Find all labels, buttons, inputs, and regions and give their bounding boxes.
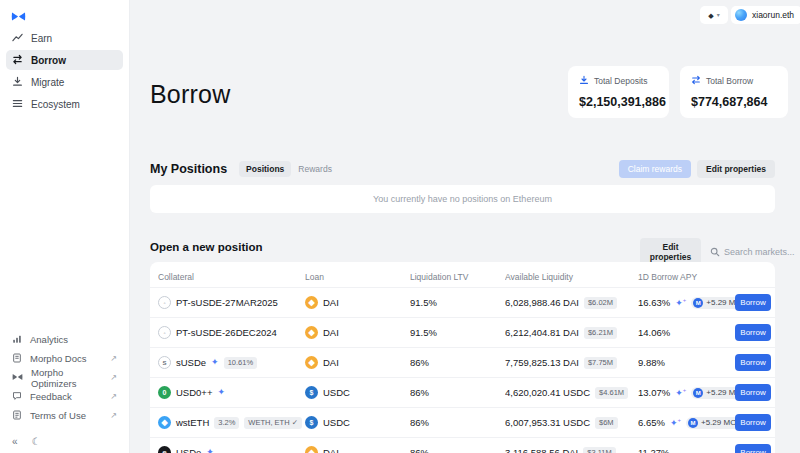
- borrow-button[interactable]: Borrow: [735, 414, 771, 431]
- liquidation-ltv: 91.5%: [410, 327, 505, 338]
- morpho-reward-badge: M +5.29 MORPH: [691, 387, 735, 399]
- wsteth-token-icon: ◆: [158, 416, 171, 429]
- sidebar-item-morpho-docs[interactable]: Morpho Docs ↗: [0, 349, 129, 368]
- chevron-down-icon: ▾: [717, 12, 720, 18]
- liquidity-amount: 4,620,020.41 USDC: [505, 387, 590, 398]
- table-row[interactable]: e USDe ✦ ◆ DAI 86% 3,116,588.56 DAI $3.1…: [150, 437, 775, 453]
- table-row[interactable]: 0 USD0++ ✦ $ USDC 86% 4,620,020.41 USDC …: [150, 377, 775, 407]
- borrow-button[interactable]: Borrow: [735, 354, 771, 371]
- sidebar-footer-label: Morpho Docs: [30, 353, 87, 364]
- download-icon: [579, 75, 589, 87]
- collateral-name: USD0++: [176, 387, 212, 398]
- usd0-token-icon: 0: [158, 386, 171, 399]
- sidebar-footer-label: Analytics: [30, 334, 68, 345]
- collapse-sidebar-icon[interactable]: «: [12, 436, 18, 447]
- collateral-name: PT-sUSDE-27MAR2025: [176, 297, 278, 308]
- total-borrow-card: Total Borrow $774,687,864: [680, 66, 788, 118]
- dai-token-icon: ◆: [305, 326, 318, 339]
- chat-bubble-icon: [12, 391, 22, 403]
- liquidity-usd-badge: $6.21M: [584, 327, 617, 339]
- table-row[interactable]: ◆ wstETH 3.2% WETH, ETH ✓ $ USDC 86% 6,0…: [150, 407, 775, 437]
- collateral-name: wstETH: [176, 417, 209, 428]
- pt-susde-token-icon: ◦: [158, 296, 171, 309]
- column-header: Available Liquidity: [505, 272, 638, 282]
- theme-toggle-icon[interactable]: ☾: [32, 436, 41, 447]
- liquidation-ltv: 91.5%: [410, 297, 505, 308]
- liquidation-ltv: 86%: [410, 417, 505, 428]
- table-row[interactable]: S sUSDe ✦ 10.61% ◆ DAI 86% 7,759,825.13 …: [150, 347, 775, 377]
- liquidation-ltv: 86%: [410, 387, 505, 398]
- borrow-apy: 13.07%: [638, 387, 670, 398]
- liquidation-ltv: 86%: [410, 357, 505, 368]
- morpho-reward-badge: M +5.29 MORPHO: [686, 417, 735, 429]
- sidebar-item-borrow[interactable]: Borrow: [6, 50, 123, 70]
- table-header-row: Collateral Loan Liquidation LTV Availabl…: [150, 262, 775, 287]
- dai-token-icon: ◆: [305, 446, 318, 453]
- column-header: Liquidation LTV: [410, 272, 505, 282]
- sidebar-item-analytics[interactable]: Analytics: [0, 330, 129, 349]
- total-deposits-card: Total Deposits $2,150,391,886: [568, 66, 669, 118]
- borrow-apy: 9.88%: [638, 357, 665, 368]
- rewards-sparkle-icon: ✦: [217, 388, 225, 397]
- collateral-apy-badge: 10.61%: [224, 357, 257, 369]
- liquidity-usd-badge: $6M: [595, 417, 618, 429]
- sidebar-item-feedback[interactable]: Feedback ↗: [0, 387, 129, 406]
- open-position-title: Open a new position: [150, 241, 262, 253]
- wallet-avatar: [735, 9, 747, 21]
- sidebar-item-label: Borrow: [31, 55, 66, 66]
- morpho-token-icon: M: [688, 418, 698, 428]
- borrow-button[interactable]: Borrow: [735, 444, 771, 453]
- sidebar-footer-label: Terms of Use: [30, 410, 86, 421]
- liquidity-amount: 3,116,588.56 DAI: [505, 447, 578, 453]
- table-row[interactable]: ◦ PT-sUSDE-27MAR2025 ◆ DAI 91.5% 6,028,9…: [150, 287, 775, 317]
- tab-positions[interactable]: Positions: [239, 161, 291, 177]
- borrow-button[interactable]: Borrow: [735, 294, 771, 311]
- reward-amount: +5.29 MORPH: [706, 298, 735, 307]
- collateral-name: sUSDe: [176, 357, 206, 368]
- sidebar-item-migrate[interactable]: Migrate: [6, 72, 123, 92]
- morpho-token-icon: M: [693, 298, 703, 308]
- borrow-apy: 16.63%: [638, 297, 670, 308]
- rewards-sparkle-icon: ✦+: [670, 417, 681, 428]
- collateral-assets-badge: WETH, ETH ✓: [244, 417, 302, 429]
- sidebar-footer: Analytics Morpho Docs ↗ Morpho Optimizer…: [0, 330, 129, 425]
- sidebar-item-label: Earn: [31, 33, 52, 44]
- borrow-apy: 11.27%: [638, 447, 670, 453]
- edit-properties-button[interactable]: Edit properties: [697, 160, 775, 178]
- loan-name: DAI: [323, 297, 339, 308]
- sidebar-item-terms-of-use[interactable]: Terms of Use ↗: [0, 406, 129, 425]
- external-link-icon: ↗: [110, 411, 117, 420]
- swap-arrows-icon: [12, 54, 23, 67]
- loan-name: DAI: [323, 327, 339, 338]
- liquidity-amount: 7,759,825.13 DAI: [505, 357, 579, 368]
- sidebar-item-earn[interactable]: Earn: [6, 28, 123, 48]
- network-selector-button[interactable]: ◆ ▾: [700, 6, 728, 24]
- morpho-reward-badge: M +5.29 MORPH: [691, 297, 735, 309]
- tab-rewards[interactable]: Rewards: [291, 161, 339, 177]
- borrow-button[interactable]: Borrow: [735, 324, 771, 341]
- borrow-apy: 6.65%: [638, 417, 665, 428]
- liquidity-usd-badge: $4.61M: [595, 387, 628, 399]
- rewards-sparkle-icon: ✦: [206, 448, 214, 453]
- wallet-button[interactable]: xiaorun.eth: [731, 6, 800, 24]
- loan-name: USDC: [323, 387, 350, 398]
- sidebar-footer-label: Feedback: [30, 391, 72, 402]
- search-markets-input[interactable]: [724, 247, 800, 257]
- reward-amount: +5.29 MORPH: [706, 388, 735, 397]
- sidebar-item-morpho-optimizers[interactable]: Morpho Optimizers ↗: [0, 368, 129, 387]
- morpho-logo-icon: [11, 8, 26, 26]
- page-title: Borrow: [150, 80, 230, 109]
- sidebar-nav: Earn Borrow Migrate Ecosystem: [6, 28, 123, 116]
- sidebar-footer-label: Morpho Optimizers: [31, 367, 102, 389]
- empty-positions-message: You currently have no positions on Ether…: [150, 185, 775, 213]
- claim-rewards-button[interactable]: Claim rewards: [619, 160, 691, 178]
- table-row[interactable]: ◦ PT-sUSDE-26DEC2024 ◆ DAI 91.5% 6,212,4…: [150, 317, 775, 347]
- collateral-name: PT-sUSDE-26DEC2024: [176, 327, 277, 338]
- borrow-button[interactable]: Borrow: [735, 384, 771, 401]
- column-header: Collateral: [158, 272, 305, 282]
- sidebar-item-label: Migrate: [31, 77, 64, 88]
- collateral-apy-badge: 3.2%: [214, 417, 239, 429]
- liquidity-amount: 6,212,404.81 DAI: [505, 327, 579, 338]
- sidebar-item-ecosystem[interactable]: Ecosystem: [6, 94, 123, 114]
- external-link-icon: ↗: [110, 354, 117, 363]
